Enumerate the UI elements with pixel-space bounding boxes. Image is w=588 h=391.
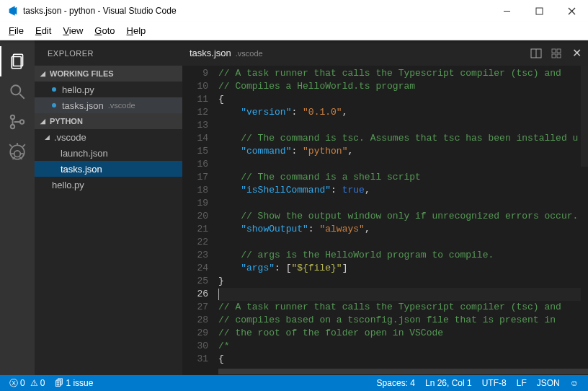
status-errors[interactable]: ⓧ 0 ⚠ 0: [6, 375, 48, 391]
menu-file[interactable]: File: [3, 24, 30, 38]
section-working-files-label: WORKING FILES: [50, 69, 114, 78]
more-icon[interactable]: [551, 48, 562, 59]
status-eol[interactable]: LF: [513, 375, 530, 391]
scrollbar-thumb[interactable]: [581, 66, 588, 167]
warning-icon: ⚠: [30, 378, 38, 388]
file-item[interactable]: launch.json: [35, 145, 182, 161]
file-sub: .vscode: [108, 101, 135, 110]
scrollbar-thumb[interactable]: [218, 369, 588, 374]
menu-edit[interactable]: Edit: [30, 24, 57, 38]
issue-icon: 🗐: [55, 378, 63, 388]
editor-tabbar: tasks.json .vscode ✕: [182, 40, 588, 66]
editor-area: tasks.json .vscode ✕ 9101112131415161718…: [182, 40, 588, 375]
menu-goto[interactable]: Goto: [89, 24, 120, 38]
working-files-list: hello.py tasks.json .vscode: [35, 82, 182, 113]
dirty-icon: [52, 103, 56, 107]
minimize-button[interactable]: [491, 0, 523, 22]
close-button[interactable]: [556, 0, 588, 22]
svg-point-10: [20, 120, 24, 123]
code-content[interactable]: // A task runner that calls the Typescri…: [218, 66, 588, 368]
svg-rect-1: [536, 8, 543, 14]
svg-rect-22: [552, 49, 556, 53]
section-project-label: PYTHON: [50, 117, 83, 126]
file-name: tasks.json: [62, 100, 104, 111]
project-tree: ◢ .vscode launch.json tasks.json hello.p…: [35, 129, 182, 193]
main-area: EXPLORER ◢ WORKING FILES hello.py tasks.…: [0, 40, 588, 375]
section-working-files[interactable]: ◢ WORKING FILES: [35, 66, 182, 82]
menu-view[interactable]: View: [57, 24, 89, 38]
svg-point-9: [11, 125, 14, 128]
status-feedback-icon[interactable]: ☺: [566, 375, 582, 391]
activity-debug[interactable]: [0, 137, 35, 167]
split-editor-icon[interactable]: [530, 48, 542, 59]
file-name: launch.json: [61, 148, 108, 159]
status-encoding[interactable]: UTF-8: [478, 375, 510, 391]
status-language[interactable]: JSON: [533, 375, 564, 391]
tab-subpath: .vscode: [236, 49, 263, 58]
file-name: hello.py: [62, 84, 94, 95]
sidebar-title: EXPLORER: [35, 40, 182, 66]
close-editor-icon[interactable]: ✕: [571, 48, 582, 59]
svg-line-14: [23, 144, 25, 146]
error-icon: ⓧ: [9, 377, 18, 390]
tab-filename: tasks.json: [190, 48, 231, 58]
window-title: tasks.json - python - Visual Studio Code: [23, 6, 177, 16]
activity-bar: [0, 40, 35, 375]
line-number-gutter: 9101112131415161718192021222324252627282…: [182, 66, 218, 368]
file-item[interactable]: hello.py: [35, 177, 182, 193]
file-name: hello.py: [52, 180, 84, 190]
menu-help[interactable]: Help: [121, 24, 152, 38]
file-name: tasks.json: [61, 164, 102, 175]
chevron-down-icon: ◢: [40, 118, 48, 125]
activity-explorer[interactable]: [0, 46, 35, 76]
svg-point-6: [11, 85, 20, 95]
folder-item[interactable]: ◢ .vscode: [35, 129, 182, 145]
svg-rect-23: [557, 49, 561, 53]
vscode-logo-icon: [7, 5, 19, 17]
working-file-item[interactable]: hello.py: [35, 82, 182, 97]
dirty-icon: [52, 87, 56, 92]
activity-search[interactable]: [0, 76, 35, 107]
menu-bar: File Edit View Goto Help: [0, 22, 588, 40]
window-titlebar: tasks.json - python - Visual Studio Code: [0, 0, 588, 22]
editor-tab[interactable]: tasks.json .vscode: [190, 48, 263, 58]
status-bar: ⓧ 0 ⚠ 0 🗐 1 issue Spaces: 4 Ln 26, Col 1…: [0, 375, 588, 391]
svg-line-13: [9, 144, 12, 146]
chevron-down-icon: ◢: [40, 70, 48, 77]
sidebar-explorer: EXPLORER ◢ WORKING FILES hello.py tasks.…: [35, 40, 182, 375]
svg-line-7: [19, 94, 24, 99]
scrollbar-vertical[interactable]: [581, 66, 588, 368]
svg-rect-25: [557, 54, 561, 58]
svg-point-8: [11, 115, 14, 119]
working-file-item[interactable]: tasks.json .vscode: [35, 97, 182, 113]
file-item[interactable]: tasks.json: [35, 161, 182, 177]
status-issues[interactable]: 🗐 1 issue: [51, 375, 97, 391]
status-spaces[interactable]: Spaces: 4: [373, 375, 419, 391]
maximize-button[interactable]: [523, 0, 556, 22]
status-cursor-pos[interactable]: Ln 26, Col 1: [422, 375, 476, 391]
activity-git[interactable]: [0, 107, 35, 137]
scrollbar-horizontal[interactable]: [182, 368, 588, 375]
svg-rect-24: [552, 54, 556, 58]
section-project[interactable]: ◢ PYTHON: [35, 113, 182, 129]
chevron-down-icon: ◢: [45, 133, 52, 141]
svg-point-15: [14, 151, 21, 157]
folder-name: .vscode: [54, 132, 86, 143]
code-editor[interactable]: 9101112131415161718192021222324252627282…: [182, 66, 588, 368]
